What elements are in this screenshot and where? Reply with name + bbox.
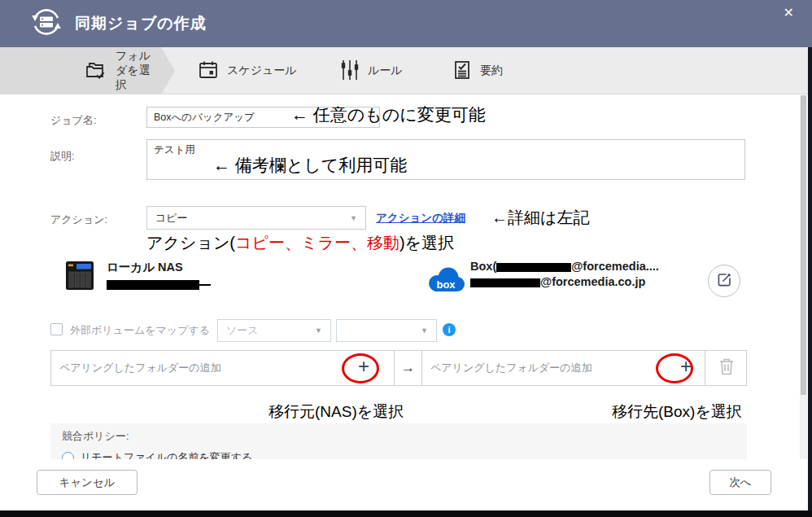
description-annotation: ← 備考欄として利用可能 bbox=[213, 154, 407, 177]
description-label: 説明: bbox=[50, 149, 75, 164]
svg-text:box: box bbox=[436, 278, 456, 291]
redacted-ip bbox=[107, 280, 199, 290]
active-tab-arrow bbox=[161, 47, 175, 94]
wizard-tabbar: フォルダを選択 スケジュール bbox=[0, 47, 808, 94]
cancel-button[interactable]: キャンセル bbox=[37, 470, 138, 495]
destination-folder-placeholder: ペアリングしたフォルダーの追加 bbox=[430, 351, 592, 385]
annotation-circle-destination-add bbox=[656, 353, 693, 383]
tab-label: フォルダを選択 bbox=[116, 49, 161, 93]
info-icon[interactable]: i bbox=[443, 323, 456, 336]
box-cloud-icon: box bbox=[426, 265, 465, 298]
dialog-titlebar: 同期ジョブの作成 ✕ bbox=[0, 0, 812, 47]
sync-job-dialog: 同期ジョブの作成 ✕ フォルダを選択 bbox=[0, 0, 812, 517]
action-details-link[interactable]: アクションの詳細 bbox=[376, 211, 465, 226]
annotation-circle-source-add bbox=[342, 353, 379, 383]
chevron-down-icon: ▼ bbox=[421, 326, 428, 335]
destination-line1: Box(@forcemedia.... bbox=[470, 259, 659, 274]
chevron-down-icon: ▼ bbox=[315, 326, 322, 335]
action-label: アクション: bbox=[50, 212, 107, 227]
map-target-select[interactable]: ▼ bbox=[336, 319, 437, 342]
pairing-arrow-icon: → bbox=[394, 351, 421, 385]
action-note-highlight: コピー、ミラー、移動 bbox=[235, 234, 399, 252]
nas-device-icon bbox=[65, 261, 94, 294]
tab-label: スケジュール bbox=[227, 64, 297, 78]
action-note-prefix: アクション( bbox=[146, 234, 235, 252]
action-annotation: ←詳細は左記 bbox=[491, 207, 589, 229]
edit-connection-button[interactable] bbox=[708, 265, 740, 297]
clipboard-check-icon bbox=[452, 59, 472, 83]
edit-pencil-icon bbox=[716, 271, 733, 291]
trash-icon bbox=[718, 357, 736, 380]
desktop-background-strip bbox=[808, 47, 812, 517]
scrollbar-thumb[interactable] bbox=[801, 95, 806, 395]
tab-schedule[interactable]: スケジュール bbox=[198, 47, 297, 94]
map-source-select[interactable]: ソース ▼ bbox=[217, 319, 331, 342]
destination-line2: @forcemedia.co.jp bbox=[470, 274, 659, 290]
next-button[interactable]: 次へ bbox=[709, 470, 771, 495]
action-select-value: コピー bbox=[155, 211, 188, 226]
destination-folder-annotation: 移行先(Box)を選択 bbox=[612, 401, 742, 423]
tab-rules[interactable]: ルール bbox=[340, 47, 403, 94]
tab-select-folders[interactable]: フォルダを選択 bbox=[0, 47, 161, 94]
action-note-suffix: )を選択 bbox=[399, 234, 454, 252]
map-volume-checkbox[interactable] bbox=[50, 323, 63, 335]
redacted-text bbox=[496, 263, 571, 272]
job-name-label: ジョブ名: bbox=[50, 113, 97, 128]
conflict-policy-label: 競合ポリシー: bbox=[62, 429, 129, 444]
sliders-icon bbox=[340, 59, 360, 83]
tab-label: ルール bbox=[368, 64, 403, 78]
tab-label: 要約 bbox=[480, 64, 503, 78]
chevron-down-icon: ▼ bbox=[350, 214, 357, 222]
calendar-icon bbox=[198, 60, 219, 82]
conflict-option-label: リモートファイルの名前を変更する bbox=[81, 450, 252, 459]
conflict-policy-option[interactable]: リモートファイルの名前を変更する bbox=[62, 450, 252, 459]
action-select[interactable]: コピー ▼ bbox=[146, 206, 366, 230]
redacted-text bbox=[470, 278, 540, 287]
job-name-annotation: ← 任意のものに変更可能 bbox=[291, 103, 486, 126]
action-note: アクション(コピー、ミラー、移動)を選択 bbox=[146, 232, 454, 254]
destination-account: Box(@forcemedia.... @forcemedia.co.jp bbox=[470, 259, 659, 290]
desktop-background-strip bbox=[0, 510, 812, 517]
source-folder-placeholder: ペアリングしたフォルダーの追加 bbox=[59, 351, 221, 385]
map-source-value: ソース bbox=[226, 323, 259, 338]
delete-pair-button[interactable] bbox=[705, 351, 747, 385]
map-volume-label: 外部ボリュームをマップする bbox=[70, 323, 210, 338]
folder-check-icon bbox=[85, 59, 107, 83]
folder-pairing-row: ペアリングしたフォルダーの追加 + → ペアリングしたフォルダーの追加 + bbox=[50, 350, 747, 386]
radio-icon bbox=[62, 452, 74, 460]
source-device-name: ローカル NAS bbox=[107, 260, 183, 275]
close-icon[interactable]: ✕ bbox=[784, 7, 794, 20]
source-folder-annotation: 移行元(NAS)を選択 bbox=[268, 401, 404, 423]
dialog-content: ジョブ名: ← 任意のものに変更可能 説明: テスト用 ← 備考欄として利用可能… bbox=[0, 94, 808, 510]
dialog-title: 同期ジョブの作成 bbox=[75, 13, 207, 34]
conflict-policy-panel: 競合ポリシー: リモートファイルの名前を変更する bbox=[50, 423, 747, 459]
sync-icon bbox=[29, 5, 63, 42]
tab-summary[interactable]: 要約 bbox=[452, 47, 503, 94]
